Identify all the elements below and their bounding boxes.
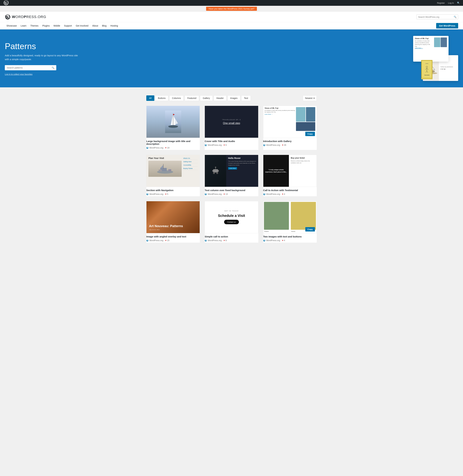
filter-columns[interactable]: Columns — [169, 95, 184, 101]
pattern-title-6: Image with angled overlay and text — [146, 235, 200, 238]
heart-icon-0: ♥ — [165, 146, 166, 149]
hero-login-link[interactable]: Log in to collect your favorites — [5, 73, 33, 75]
nav-about[interactable]: About — [91, 22, 100, 29]
nav-support[interactable]: Support — [62, 22, 73, 29]
pattern-source-label-8: WordPress.org — [266, 239, 280, 242]
nav-showcase[interactable]: Showcase — [5, 22, 18, 29]
wp-icon-3 — [146, 193, 149, 195]
pattern-thumbnail-3[interactable]: Plan Your Visit — [146, 155, 200, 187]
nav-blog[interactable]: Blog — [100, 22, 108, 29]
pattern-thumbnail-8[interactable]: Flowers Insects Copy — [263, 201, 317, 233]
pattern-thumbnail-7[interactable]: GET IN TOUCH Schedule a Visit Contact us… — [205, 201, 258, 233]
filter-images[interactable]: Images — [227, 95, 240, 101]
dark-cover-thumbnail: TRAVELOGUE EP. 5 One small step — [205, 106, 258, 138]
svg-point-5 — [426, 66, 428, 68]
svg-point-26 — [216, 172, 218, 174]
pattern-source-label-7: WordPress.org — [208, 239, 222, 242]
pattern-meta-6: WordPress.org ♥ 15 — [146, 239, 200, 242]
main-nav: Showcase Learn Themes Plugins Mobile Sup… — [0, 22, 463, 29]
cta-testimonial-thumbnail: "A truly unique artistic experience. Eac… — [263, 155, 317, 187]
pattern-card-0: Copy Large background image with title a… — [146, 106, 200, 150]
wordpress-logo-large-icon — [5, 14, 11, 20]
pattern-card-8: Flowers Insects Copy Two images with tex… — [263, 201, 317, 243]
pattern-thumbnail-1[interactable]: TRAVELOGUE EP. 5 One small step Copy — [205, 106, 258, 138]
pattern-meta-0: WordPress.org ♥ 19 — [146, 146, 200, 149]
simple-cta-thumbnail: GET IN TOUCH Schedule a Visit Contact us — [205, 201, 258, 233]
notification-bar[interactable]: Have you taken the WordPress 2021 Survey… — [206, 7, 257, 11]
hero-search-container: 🔍 — [5, 65, 56, 70]
pattern-info-5: Call to Action with Testimonial WordPres… — [263, 187, 317, 196]
svg-point-15 — [168, 125, 178, 128]
nav-thumbnail: Plan Your Visit — [146, 155, 200, 187]
pattern-likes-4: ♥ 13 — [224, 193, 228, 195]
admin-register-link[interactable]: Register — [437, 2, 445, 4]
hero-tarot-card: ☽ ☀ ☾ THE MOON — [421, 60, 432, 79]
pattern-likes-5: ♥ 4 — [282, 193, 285, 195]
site-header: Have you taken the WordPress 2021 Survey… — [0, 6, 463, 29]
pattern-likes-count-8: 4 — [284, 239, 285, 242]
pattern-thumbnail-5[interactable]: "A truly unique artistic experience. Eac… — [263, 155, 317, 187]
svg-rect-21 — [163, 164, 163, 169]
nav-themes[interactable]: Themes — [29, 22, 40, 29]
sort-dropdown[interactable]: Newest ▾ — [303, 95, 317, 101]
nav-learn[interactable]: Learn — [19, 22, 28, 29]
copy-button-8[interactable]: Copy — [305, 227, 315, 231]
copy-button-2[interactable]: Copy — [305, 132, 315, 136]
wp-icon-8 — [263, 239, 265, 242]
filter-featured[interactable]: Featured — [185, 95, 199, 101]
heart-icon-8: ♥ — [282, 239, 283, 242]
textbg-thumbnail: Hello Rover The Lunar Roving Vehicle (LR… — [205, 155, 258, 187]
nav-plugins[interactable]: Plugins — [41, 22, 51, 29]
admin-search-icon[interactable]: 🔍 — [457, 2, 460, 4]
svg-line-8 — [427, 69, 428, 70]
pattern-likes-count-6: 15 — [167, 239, 169, 242]
svg-marker-20 — [160, 165, 163, 168]
pattern-likes-count-3: 5 — [167, 193, 168, 195]
hero-search-input[interactable] — [7, 66, 52, 69]
pattern-card-5: "A truly unique artistic experience. Eac… — [263, 155, 317, 196]
pattern-likes-0: ♥ 19 — [165, 146, 169, 149]
nav-mobile[interactable]: Mobile — [52, 22, 62, 29]
header-search-input[interactable] — [418, 16, 454, 18]
svg-line-7 — [425, 69, 427, 70]
header-search-container: 🔍 — [416, 14, 458, 19]
pattern-meta-7: WordPress.org ♥ 8 — [205, 239, 258, 242]
nav-hosting[interactable]: Hosting — [109, 22, 119, 29]
nav-get-involved[interactable]: Get Involved — [74, 22, 90, 29]
svg-rect-23 — [168, 169, 171, 172]
header-top: WordPress.org 🔍 — [0, 12, 463, 22]
wp-icon-7 — [205, 239, 207, 242]
ships-illustration-icon — [155, 163, 175, 174]
filter-all[interactable]: All — [146, 95, 154, 101]
pattern-source-1: WordPress.org — [205, 144, 222, 146]
filter-header[interactable]: Header — [214, 95, 227, 101]
pattern-source-label-2: WordPress.org — [266, 144, 280, 146]
hero-search-submit-icon[interactable]: 🔍 — [52, 66, 54, 69]
header-search-icon[interactable]: 🔍 — [454, 16, 456, 18]
wp-icon-0 — [146, 147, 149, 149]
heart-icon-1: ♥ — [224, 144, 225, 146]
get-wordpress-button[interactable]: Get WordPress — [436, 23, 458, 28]
admin-bar-wp-icon[interactable] — [3, 0, 9, 6]
pattern-thumbnail-6[interactable]: Art Nouveau: Patterns July 16-24, 2021 C… — [146, 201, 200, 233]
pattern-thumbnail-0[interactable]: Copy — [146, 106, 200, 138]
pattern-source-label-1: WordPress.org — [208, 144, 222, 146]
pattern-thumbnail-4[interactable]: Hello Rover The Lunar Roving Vehicle (LR… — [205, 155, 258, 187]
filter-buttons[interactable]: Buttons — [155, 95, 168, 101]
pattern-source-4: WordPress.org — [205, 193, 222, 195]
two-images-img-2 — [291, 202, 316, 230]
pattern-card-4: Hello Rover The Lunar Roving Vehicle (LR… — [205, 155, 258, 196]
chevron-down-icon: ▾ — [313, 97, 315, 100]
pattern-meta-3: WordPress.org ♥ 5 — [146, 193, 200, 195]
admin-login-link[interactable]: Log In — [448, 2, 454, 4]
svg-rect-27 — [212, 170, 213, 172]
site-logo[interactable]: WordPress.org — [5, 14, 46, 20]
pattern-thumbnail-2[interactable]: Views of Mt. Fuji An exhibition of early… — [263, 106, 317, 138]
pattern-info-8: Two images with text and buttons WordPre… — [263, 233, 317, 243]
gallery-img-3 — [296, 122, 315, 131]
filter-gallery[interactable]: Gallery — [200, 95, 213, 101]
pattern-card-7: GET IN TOUCH Schedule a Visit Contact us… — [205, 201, 258, 243]
filter-text[interactable]: Text — [241, 95, 251, 101]
pattern-title-2: Introduction with Gallery — [263, 140, 317, 143]
wp-icon-1 — [205, 144, 207, 146]
